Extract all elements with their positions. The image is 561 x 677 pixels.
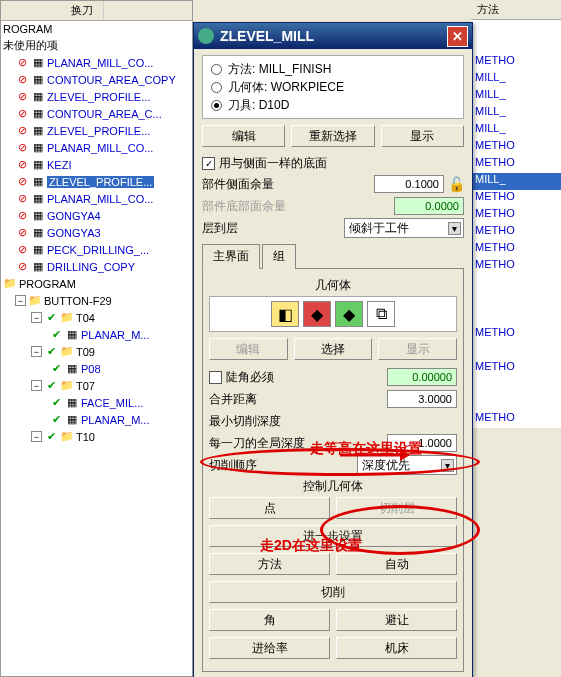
- same-bottom-check[interactable]: ✓ 用与侧面一样的底面: [202, 153, 464, 173]
- expand-toggle[interactable]: −: [31, 346, 42, 357]
- expand-toggle[interactable]: −: [31, 312, 42, 323]
- tree-operation-item[interactable]: ✔▦PLANAR_M...: [1, 326, 192, 343]
- more-button[interactable]: 进一步设置: [209, 525, 457, 547]
- tree-operation-item[interactable]: ⊘▦GONGYA3: [1, 224, 192, 241]
- display-button[interactable]: 显示: [381, 125, 464, 147]
- method-cell: METHO: [471, 156, 561, 173]
- expand-toggle[interactable]: −: [31, 380, 42, 391]
- stop-icon: ⊘: [15, 243, 29, 257]
- action-button[interactable]: 方法: [209, 553, 330, 575]
- trim-geom-icon[interactable]: ⧉: [367, 301, 395, 327]
- col-header-method[interactable]: 方法: [471, 0, 561, 20]
- action-button[interactable]: 机床: [336, 637, 457, 659]
- op-icon: ▦: [31, 141, 45, 155]
- check-icon: ✔: [49, 413, 63, 427]
- cut-layer-button: 切削层: [336, 497, 457, 519]
- tree-root-program[interactable]: ROGRAM: [1, 21, 192, 37]
- side-allowance-input[interactable]: [374, 175, 444, 193]
- blank-geom-icon[interactable]: ◆: [303, 301, 331, 327]
- op-icon: ▦: [31, 90, 45, 104]
- op-icon: ▦: [31, 107, 45, 121]
- point-button[interactable]: 点: [209, 497, 330, 519]
- folder-icon: 📁: [28, 294, 42, 308]
- expand-toggle[interactable]: −: [15, 295, 26, 306]
- tree-operation-item[interactable]: ⊘▦PECK_DRILLING_...: [1, 241, 192, 258]
- side-allowance-label: 部件侧面余量: [202, 176, 274, 193]
- check-geom-icon[interactable]: ◆: [335, 301, 363, 327]
- tree-operation-item[interactable]: ⊘▦DRILLING_COPY: [1, 258, 192, 275]
- cut-order-dropdown[interactable]: 深度优先: [357, 455, 457, 475]
- geometry-icons: ◧ ◆ ◆ ⧉: [209, 296, 457, 332]
- check-icon: ✔: [49, 396, 63, 410]
- method-cell: METHO: [471, 360, 561, 377]
- tree-tool-group[interactable]: −✔📁T10: [1, 428, 192, 445]
- parent-option[interactable]: 几何体: WORKPIECE: [211, 78, 455, 96]
- method-column: METHOMILL_MILL_MILL_MILL_METHOMETHOMILL_…: [471, 20, 561, 428]
- tree-operation-item[interactable]: ⊘▦CONTOUR_AREA_C...: [1, 105, 192, 122]
- tree-tool-group[interactable]: −✔📁T09: [1, 343, 192, 360]
- tree-operation-item[interactable]: ⊘▦ZLEVEL_PROFILE...: [1, 88, 192, 105]
- close-icon[interactable]: ✕: [447, 26, 468, 47]
- tree-operation-item[interactable]: ✔▦FACE_MIL...: [1, 394, 192, 411]
- geo-select-button[interactable]: 选择: [294, 338, 373, 360]
- dialog-titlebar[interactable]: ZLEVEL_MILL ✕: [194, 23, 472, 49]
- steep-angle-input: [387, 368, 457, 386]
- global-depth-input[interactable]: [387, 434, 457, 452]
- op-icon: ▦: [31, 73, 45, 87]
- method-cell: MILL_: [471, 71, 561, 88]
- edit-button[interactable]: 编辑: [202, 125, 285, 147]
- op-icon: ▦: [31, 260, 45, 274]
- method-cell: METHO: [471, 258, 561, 275]
- action-button[interactable]: 角: [209, 609, 330, 631]
- tree-operation-item[interactable]: ⊘▦PLANAR_MILL_CO...: [1, 54, 192, 71]
- cut-order-label: 切削顺序: [209, 457, 257, 474]
- tree-tool-group[interactable]: −✔📁T04: [1, 309, 192, 326]
- tab-main[interactable]: 主界面: [202, 244, 260, 269]
- action-button[interactable]: 避让: [336, 609, 457, 631]
- op-icon: ▦: [65, 413, 79, 427]
- tree-operation-item[interactable]: ⊘▦PLANAR_MILL_CO...: [1, 139, 192, 156]
- merge-dist-input[interactable]: [387, 390, 457, 408]
- stop-icon: ⊘: [15, 226, 29, 240]
- reselect-button[interactable]: 重新选择: [291, 125, 374, 147]
- tree-operation-item[interactable]: ✔▦PLANAR_M...: [1, 411, 192, 428]
- method-cell: METHO: [471, 241, 561, 258]
- part-geom-icon[interactable]: ◧: [271, 301, 299, 327]
- method-cell: METHO: [471, 207, 561, 224]
- lock-icon[interactable]: 🔓: [448, 176, 464, 192]
- parent-option[interactable]: 方法: MILL_FINISH: [211, 60, 455, 78]
- op-icon: ▦: [31, 158, 45, 172]
- tree-operation-item[interactable]: ⊘▦GONGYA4: [1, 207, 192, 224]
- tree-operation-item[interactable]: ⊘▦ZLEVEL_PROFILE...: [1, 122, 192, 139]
- check-icon: ✔: [49, 362, 63, 376]
- layer-to-layer-label: 层到层: [202, 220, 238, 237]
- tab-group[interactable]: 组: [262, 244, 296, 269]
- radio-icon[interactable]: [211, 64, 222, 75]
- parent-option[interactable]: 刀具: D10D: [211, 96, 455, 114]
- tree-operation-item[interactable]: ⊘▦KEZI: [1, 156, 192, 173]
- action-button[interactable]: 切削: [209, 581, 457, 603]
- tree-operation-item[interactable]: ⊘▦ZLEVEL_PROFILE...: [1, 173, 192, 190]
- op-icon: ▦: [31, 209, 45, 223]
- radio-icon[interactable]: [211, 82, 222, 93]
- tree-button-node[interactable]: −📁BUTTON-F29: [1, 292, 192, 309]
- geo-edit-button: 编辑: [209, 338, 288, 360]
- steep-required-check[interactable]: 陡角必须: [209, 367, 274, 387]
- dialog-title: ZLEVEL_MILL: [220, 28, 314, 44]
- action-button[interactable]: 进给率: [209, 637, 330, 659]
- checkbox-icon[interactable]: ✓: [202, 157, 215, 170]
- tree-unused[interactable]: 未使用的项: [1, 37, 192, 54]
- radio-icon[interactable]: [211, 100, 222, 111]
- tree-operation-item[interactable]: ⊘▦PLANAR_MILL_CO...: [1, 190, 192, 207]
- tree-operation-item[interactable]: ⊘▦CONTOUR_AREA_COPY: [1, 71, 192, 88]
- col-header-toolchange[interactable]: 换刀: [61, 1, 104, 20]
- layer-to-layer-dropdown[interactable]: 倾斜于工件: [344, 218, 464, 238]
- tree-program-node[interactable]: 📁PROGRAM: [1, 275, 192, 292]
- method-cell: METHO: [471, 54, 561, 71]
- tree-tool-group[interactable]: −✔📁T07: [1, 377, 192, 394]
- op-icon: ▦: [31, 56, 45, 70]
- action-button[interactable]: 自动: [336, 553, 457, 575]
- check-icon: ✔: [44, 430, 58, 444]
- tree-operation-item[interactable]: ✔▦P08: [1, 360, 192, 377]
- expand-toggle[interactable]: −: [31, 431, 42, 442]
